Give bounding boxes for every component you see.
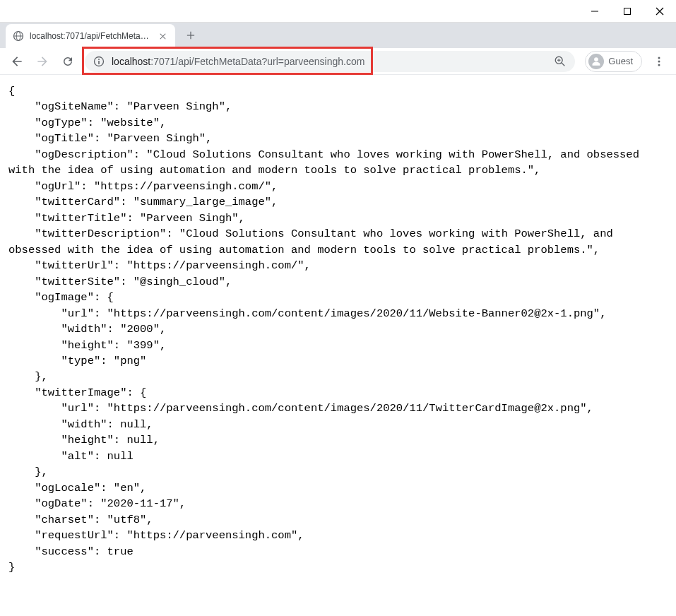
svg-point-21 [658,64,660,66]
svg-point-19 [658,57,660,59]
json-response-body: { "ogSiteName": "Parveen Singh", "ogType… [0,75,676,584]
maximize-button[interactable] [611,0,644,23]
forward-button[interactable] [31,50,54,73]
globe-icon [13,30,24,42]
tab-close-button[interactable] [157,30,168,42]
url-path: :7071/api/FetchMetaData?url=parveensingh… [150,56,364,67]
new-tab-button[interactable] [181,25,201,45]
address-bar-wrapper: localhost:7071/api/FetchMetaData?url=par… [85,51,575,72]
browser-tab[interactable]: localhost:7071/api/FetchMetaDa [6,24,175,48]
browser-toolbar: localhost:7071/api/FetchMetaData?url=par… [0,48,676,75]
minimize-button[interactable] [579,0,611,23]
address-bar[interactable]: localhost:7071/api/FetchMetaData?url=par… [85,51,575,72]
url-text: localhost:7071/api/FetchMetaData?url=par… [112,56,547,67]
site-info-icon[interactable] [93,56,105,67]
svg-rect-13 [98,61,100,64]
svg-point-18 [594,57,598,61]
reload-button[interactable] [57,50,79,73]
window-controls [0,0,676,23]
menu-button[interactable] [648,50,670,73]
zoom-icon[interactable] [554,55,567,68]
profile-button[interactable]: Guest [585,51,642,72]
url-host: localhost [112,56,150,67]
back-button[interactable] [6,50,28,73]
tab-title: localhost:7071/api/FetchMetaDa [30,31,151,41]
svg-line-15 [562,62,565,66]
svg-point-12 [98,59,100,60]
profile-label: Guest [608,56,633,66]
tab-bar: localhost:7071/api/FetchMetaDa [0,23,676,48]
avatar-icon [588,54,604,69]
close-window-button[interactable] [644,0,676,23]
svg-rect-1 [624,8,631,14]
svg-point-20 [658,60,660,62]
